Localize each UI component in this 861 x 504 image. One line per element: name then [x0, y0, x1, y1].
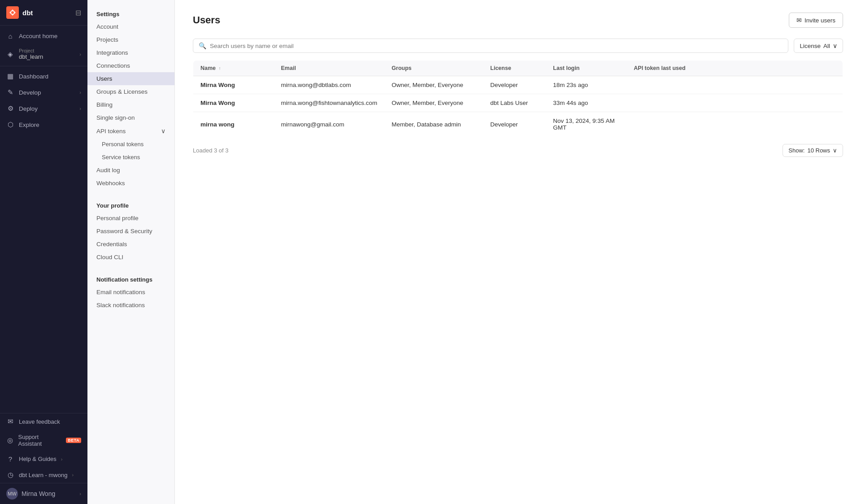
project-name: dbt_learn	[19, 53, 75, 60]
table-footer: Loaded 3 of 3 Show: 10 Rows ∨	[193, 144, 843, 157]
nav-dashboard[interactable]: ▦ Dashboard	[0, 68, 87, 84]
sidebar-item-projects[interactable]: Projects	[87, 33, 174, 46]
sidebar-item-audit-log[interactable]: Audit log	[87, 164, 174, 177]
cell-license-0: Developer	[483, 76, 546, 94]
search-box: 🔍	[193, 39, 788, 53]
nav-explore[interactable]: ⬡ Explore	[0, 117, 87, 133]
invite-users-button[interactable]: ✉ Invite users	[789, 13, 843, 28]
nav-deploy[interactable]: ⚙ Deploy ›	[0, 100, 87, 117]
col-header-last-login: Last login	[546, 61, 626, 76]
show-label: Show:	[788, 147, 804, 154]
nav-deploy-label: Deploy	[19, 105, 75, 112]
help-icon: ?	[6, 455, 14, 463]
sidebar-item-groups-licenses[interactable]: Groups & Licenses	[87, 85, 174, 98]
nav-bottom-section: ✉ Leave feedback ◎ Support Assistant BET…	[0, 413, 87, 504]
loaded-count-text: Loaded 3 of 3	[193, 147, 229, 154]
nav-divider-1	[0, 66, 87, 66]
help-chevron-icon: ›	[61, 456, 63, 462]
dbt-logo-icon	[6, 6, 19, 19]
project-chevron-icon: ›	[79, 52, 81, 57]
support-icon: ◎	[6, 436, 13, 444]
sidebar-item-email-notifications[interactable]: Email notifications	[87, 286, 174, 299]
beta-badge: BETA	[66, 438, 81, 443]
sidebar-item-personal-profile[interactable]: Personal profile	[87, 212, 174, 225]
sidebar-item-slack-notifications[interactable]: Slack notifications	[87, 299, 174, 312]
nav-develop-label: Develop	[19, 89, 75, 96]
nav-project-item[interactable]: ◈ Project dbt_learn ›	[0, 44, 87, 64]
search-input[interactable]	[210, 43, 783, 49]
user-avatar: MW	[6, 488, 18, 500]
license-filter-dropdown[interactable]: License All ∨	[794, 39, 843, 53]
dashboard-icon: ▦	[6, 72, 14, 80]
cell-license-2: Developer	[483, 112, 546, 137]
profile-section: Your profile Personal profile Password &…	[87, 199, 174, 264]
nav-account-home-label: Account home	[19, 33, 81, 39]
rows-per-page-select[interactable]: Show: 10 Rows ∨	[783, 144, 843, 157]
nav-leave-feedback[interactable]: ✉ Leave feedback	[0, 413, 87, 430]
license-label: License	[800, 43, 821, 49]
nav-account-home[interactable]: ⌂ Account home	[0, 28, 87, 44]
nav-dbt-learn[interactable]: ◷ dbt Learn - mwong ›	[0, 467, 87, 483]
nav-support-assistant[interactable]: ◎ Support Assistant BETA	[0, 430, 87, 451]
sidebar-item-integrations[interactable]: Integrations	[87, 46, 174, 59]
col-header-api-token: API token last used	[626, 61, 843, 76]
cell-name-2: mirna wong	[193, 112, 274, 137]
sidebar-item-api-tokens[interactable]: API tokens ∨	[87, 124, 174, 138]
cell-groups-0: Owner, Member, Everyone	[384, 76, 483, 94]
sidebar-item-cloud-cli[interactable]: Cloud CLI	[87, 251, 174, 264]
sidebar-item-service-tokens[interactable]: Service tokens	[87, 151, 174, 164]
sidebar-item-connections[interactable]: Connections	[87, 59, 174, 72]
col-header-groups: Groups	[384, 61, 483, 76]
cell-last-login-2: Nov 13, 2024, 9:35 AM GMT	[546, 112, 626, 137]
nav-logo-area: dbt ⊟	[0, 0, 87, 26]
license-chevron-icon: ∨	[833, 42, 837, 49]
table-row[interactable]: mirna wong mirnawong@gmail.com Member, D…	[193, 112, 843, 137]
logo-text: dbt	[22, 9, 33, 17]
settings-heading: Settings	[87, 7, 174, 20]
name-sort-icon: ↑	[219, 66, 221, 71]
nav-explore-label: Explore	[19, 122, 81, 128]
develop-chevron-icon: ›	[79, 90, 81, 95]
cell-email-1: mirna.wong@fishtownanalytics.com	[274, 94, 385, 112]
table-row[interactable]: Mirna Wong mirna.wong@fishtownanalytics.…	[193, 94, 843, 112]
svg-point-0	[11, 11, 14, 14]
nav-help-guides[interactable]: ? Help & Guides ›	[0, 451, 87, 467]
table-row[interactable]: Mirna Wong mirna.wong@dbtlabs.com Owner,…	[193, 76, 843, 94]
feedback-icon: ✉	[6, 417, 14, 426]
develop-icon: ✎	[6, 88, 14, 96]
sidebar-item-webhooks[interactable]: Webhooks	[87, 177, 174, 190]
sidebar-item-credentials[interactable]: Credentials	[87, 238, 174, 251]
nav-collapse-button[interactable]: ⊟	[75, 9, 81, 17]
sidebar-item-account[interactable]: Account	[87, 20, 174, 33]
cell-api-token-0	[626, 76, 843, 94]
cell-name-0: Mirna Wong	[193, 76, 274, 94]
cell-license-1: dbt Labs User	[483, 94, 546, 112]
col-header-name[interactable]: Name ↑	[193, 61, 274, 76]
license-value: All	[823, 43, 830, 49]
deploy-icon: ⚙	[6, 104, 14, 113]
col-header-license: License	[483, 61, 546, 76]
col-header-email: Email	[274, 61, 385, 76]
rows-value: 10 Rows	[807, 147, 830, 154]
project-info: Project dbt_learn	[19, 48, 75, 60]
profile-heading: Your profile	[87, 199, 174, 212]
help-guides-label: Help & Guides	[19, 456, 57, 462]
nav-user-item[interactable]: MW Mirna Wong ›	[0, 483, 87, 504]
nav-main-section: ⌂ Account home ◈ Project dbt_learn › ▦ D…	[0, 26, 87, 135]
nav-develop[interactable]: ✎ Develop ›	[0, 84, 87, 100]
sidebar-item-billing[interactable]: Billing	[87, 98, 174, 111]
table-header: Name ↑ Email Groups License Last login A…	[193, 61, 843, 76]
sidebar-item-single-sign-on[interactable]: Single sign-on	[87, 111, 174, 124]
cell-email-2: mirnawong@gmail.com	[274, 112, 385, 137]
invite-envelope-icon: ✉	[796, 17, 802, 24]
home-icon: ⌂	[6, 32, 14, 40]
invite-btn-label: Invite users	[804, 17, 835, 24]
learn-icon: ◷	[6, 471, 14, 479]
sidebar-item-users[interactable]: Users	[87, 72, 174, 85]
logo-inner: dbt	[6, 6, 33, 19]
support-assistant-label: Support Assistant	[18, 434, 60, 447]
main-content: Users ✉ Invite users 🔍 License All ∨ Nam…	[175, 0, 861, 504]
notification-heading: Notification settings	[87, 273, 174, 286]
sidebar-item-password-security[interactable]: Password & Security	[87, 225, 174, 238]
sidebar-item-personal-tokens[interactable]: Personal tokens	[87, 138, 174, 151]
